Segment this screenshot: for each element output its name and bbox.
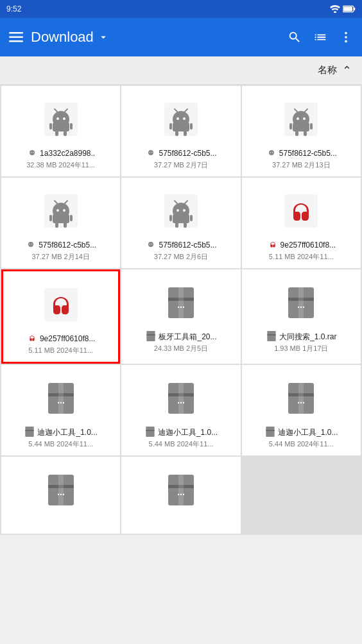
svg-point-22 — [31, 152, 31, 153]
file-grid-item[interactable]: 575f8612-c5b5... 37.27 MB 2月14日 — [1, 178, 120, 268]
svg-point-65 — [31, 244, 32, 244]
file-grid-item[interactable]: 1a332c2a8998.. 32.38 MB 2024年11... — [1, 86, 120, 176]
svg-point-23 — [33, 152, 33, 153]
svg-rect-119 — [178, 475, 184, 505]
file-meta: 迪迦小工具_1.0... 5.44 MB 2024年11... — [264, 427, 338, 449]
svg-point-35 — [148, 150, 153, 155]
svg-rect-93 — [267, 334, 275, 335]
file-meta: 迪迦小工具_1.0... 5.44 MB 2024年11... — [24, 427, 97, 449]
title-chevron-down-icon[interactable] — [98, 31, 109, 43]
file-info: 5.44 MB 2024年11... — [144, 439, 218, 449]
svg-rect-97 — [58, 383, 64, 414]
svg-point-68 — [177, 209, 179, 212]
wifi-icon — [330, 5, 340, 13]
file-grid: 1a332c2a8998.. 32.38 MB 2024年11... — [0, 85, 362, 535]
more-options-button[interactable] — [339, 30, 353, 44]
svg-rect-30 — [173, 123, 189, 131]
file-grid-item[interactable]: 575f8612-c5b5... 37.27 MB 2月7日 — [121, 86, 240, 176]
file-grid-item[interactable]: ... 板牙工具箱_20... 24.33 MB 2月5日 — [121, 269, 240, 364]
svg-point-37 — [151, 152, 152, 153]
search-button[interactable] — [288, 30, 302, 44]
svg-rect-74 — [190, 215, 193, 221]
small-type-icon — [266, 331, 277, 343]
file-info: 5.11 MB 2024年11... — [26, 346, 96, 355]
file-info: 37.27 MB 2月14日 — [25, 252, 96, 262]
file-name: 9e257ff0610f8... — [26, 333, 96, 344]
list-view-button[interactable] — [313, 30, 327, 44]
file-icon-wrap: ... — [38, 467, 84, 513]
svg-point-26 — [177, 117, 179, 120]
svg-point-78 — [150, 244, 150, 244]
file-grid-item[interactable]: ... — [121, 457, 240, 534]
status-right — [330, 5, 356, 13]
file-icon-wrap: ... — [278, 280, 324, 326]
hamburger-menu-button[interactable] — [9, 32, 23, 42]
small-type-icon — [267, 239, 279, 251]
file-icon-wrap: ... — [158, 280, 204, 326]
sort-bar: 名称 ⌃ — [0, 56, 362, 85]
file-grid-item[interactable]: ... 迪迦小工具_1.0... 5.44 MB 2024年11... — [121, 365, 240, 455]
file-name-text: 575f8612-c5b5... — [39, 241, 96, 250]
file-name: 迪迦小工具_1.0... — [264, 427, 338, 438]
svg-rect-16 — [53, 123, 69, 131]
file-icon-wrap — [278, 96, 324, 142]
small-type-icon — [24, 427, 35, 438]
file-name-text: 9e257ff0610f8... — [280, 241, 336, 250]
file-name: 575f8612-c5b5... — [25, 239, 96, 251]
svg-rect-20 — [64, 131, 67, 136]
file-grid-item[interactable]: 9e257ff0610f8... 5.11 MB 2024年11... — [1, 269, 120, 364]
svg-rect-105 — [146, 430, 154, 431]
svg-point-9 — [345, 40, 347, 43]
sort-label[interactable]: 名称 — [318, 64, 337, 76]
file-icon-wrap — [158, 188, 204, 234]
svg-rect-86 — [147, 331, 155, 341]
sort-direction-icon[interactable]: ⌃ — [342, 64, 352, 78]
svg-rect-3 — [343, 7, 352, 12]
file-name-text: 迪迦小工具_1.0... — [158, 427, 218, 438]
svg-rect-62 — [64, 223, 67, 228]
svg-point-51 — [272, 152, 273, 153]
file-meta: 大同搜索_1.0.rar 1.93 MB 1月17日 — [266, 331, 336, 353]
file-meta: 575f8612-c5b5... 37.27 MB 2月7日 — [145, 148, 216, 170]
file-info: 5.44 MB 2024年11... — [264, 439, 338, 449]
svg-rect-60 — [70, 215, 73, 221]
file-grid-item[interactable]: 9e257ff0610f8... 5.11 MB 2024年11... — [242, 178, 361, 268]
svg-point-36 — [150, 152, 150, 153]
file-icon-wrap: ... — [158, 467, 204, 513]
svg-rect-44 — [293, 123, 309, 131]
svg-rect-4 — [9, 32, 23, 34]
svg-rect-109 — [298, 383, 304, 414]
file-name: 迪迦小工具_1.0... — [144, 427, 218, 438]
svg-rect-17 — [49, 123, 52, 130]
svg-point-54 — [56, 209, 59, 212]
small-type-icon — [145, 331, 157, 343]
file-meta: 9e257ff0610f8... 5.11 MB 2024年11... — [267, 239, 336, 262]
file-name-text: 迪迦小工具_1.0... — [37, 427, 97, 438]
svg-rect-5 — [9, 37, 23, 38]
file-name: 575f8612-c5b5... — [145, 239, 216, 251]
file-icon-wrap — [158, 96, 204, 142]
file-name: 575f8612-c5b5... — [266, 148, 337, 159]
svg-rect-58 — [53, 214, 69, 223]
svg-point-63 — [28, 242, 33, 247]
file-grid-item[interactable]: 575f8612-c5b5... 37.27 MB 2月6日 — [121, 178, 240, 268]
svg-rect-111 — [266, 430, 274, 431]
svg-point-40 — [297, 117, 299, 120]
file-grid-item[interactable]: ... 大同搜索_1.0.rar 1.93 MB 1月17日 — [242, 269, 361, 364]
file-grid-item[interactable]: ... — [1, 457, 120, 534]
file-info: 37.27 MB 2月6日 — [145, 252, 216, 262]
file-grid-item[interactable]: ... 迪迦小工具_1.0... 5.44 MB 2024年11... — [1, 365, 120, 455]
svg-rect-2 — [354, 8, 355, 11]
file-grid-item[interactable]: ... 迪迦小工具_1.0... 5.44 MB 2024年11... — [242, 365, 361, 455]
file-name-text: 575f8612-c5b5... — [159, 149, 216, 158]
svg-point-27 — [183, 117, 185, 120]
svg-rect-110 — [266, 427, 274, 437]
svg-rect-72 — [173, 214, 189, 223]
file-icon-wrap: ... — [38, 375, 84, 421]
svg-point-79 — [151, 244, 152, 244]
file-meta: 板牙工具箱_20... 24.33 MB 2月5日 — [145, 331, 216, 353]
file-grid-item[interactable]: 575f8612-c5b5... 37.27 MB 2月13日 — [242, 86, 361, 176]
file-name-text: 575f8612-c5b5... — [279, 149, 337, 158]
file-info: 24.33 MB 2月5日 — [145, 344, 216, 353]
file-icon-wrap — [38, 96, 84, 142]
